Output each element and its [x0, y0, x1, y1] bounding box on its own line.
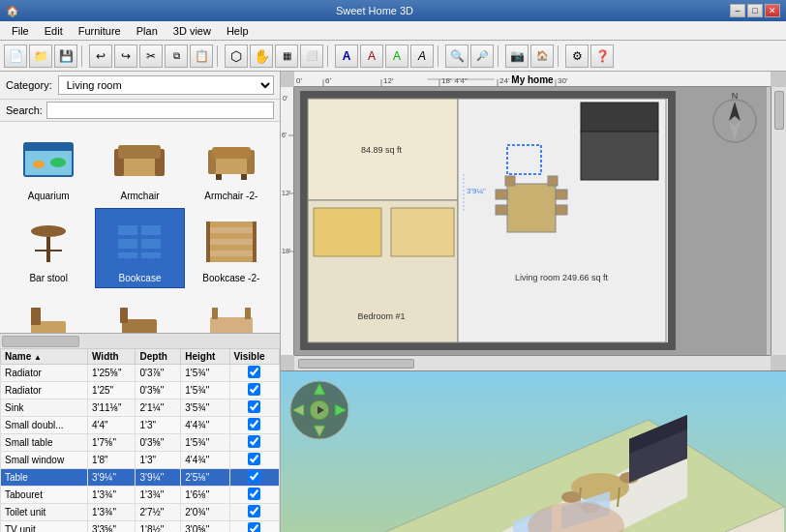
- coffeetable-thumb: [197, 295, 265, 333]
- category-select[interactable]: Living room Bedroom Bathroom Kitchen Off…: [58, 75, 274, 95]
- cell-depth: 1'8½": [136, 521, 181, 533]
- text-a4[interactable]: A: [410, 44, 434, 68]
- svg-rect-74: [391, 208, 454, 256]
- armchair-thumb: [106, 131, 173, 189]
- floorplan-vscroll-thumb[interactable]: [774, 91, 784, 130]
- table-row[interactable]: TV unit 3'3⅝" 1'8½" 3'0⅝": [1, 521, 280, 533]
- add-wall-tool[interactable]: ▦: [275, 44, 298, 68]
- cell-visible[interactable]: [229, 399, 279, 417]
- nav-widget-svg[interactable]: [288, 379, 350, 441]
- add-room-tool[interactable]: ⬜: [300, 44, 323, 68]
- text-a3[interactable]: A: [385, 44, 408, 68]
- svg-rect-80: [505, 176, 515, 186]
- menu-file[interactable]: File: [4, 23, 37, 39]
- new-button[interactable]: 📄: [4, 44, 27, 68]
- cell-width: 3'3⅝": [88, 521, 136, 533]
- cell-name: Tabouret: [1, 487, 88, 504]
- redo-button[interactable]: ↪: [114, 44, 137, 68]
- furniture-item-bookcase[interactable]: Bookcase: [95, 208, 184, 288]
- ruler-vertical: 0' 6' 12' 18': [281, 87, 294, 355]
- cell-visible[interactable]: [229, 365, 279, 382]
- toolbar-sep-4: [438, 45, 441, 67]
- right-panel: 0' 6' 12' 18' 24' 30' My home 4'4": [281, 72, 786, 532]
- menu-edit[interactable]: Edit: [37, 23, 71, 39]
- maximize-button[interactable]: □: [747, 4, 763, 17]
- select-tool[interactable]: ⬡: [225, 44, 248, 68]
- furniture-item-aquarium[interactable]: Aquarium: [4, 126, 93, 206]
- col-height[interactable]: Height: [181, 349, 229, 365]
- menu-3dview[interactable]: 3D view: [166, 23, 219, 39]
- cell-visible[interactable]: [229, 382, 279, 399]
- nav-widget[interactable]: [288, 379, 350, 441]
- cell-visible[interactable]: [229, 521, 279, 533]
- view-3d[interactable]: [281, 371, 786, 532]
- menu-plan[interactable]: Plan: [129, 23, 166, 39]
- cell-visible[interactable]: [229, 417, 279, 434]
- cell-visible[interactable]: [229, 504, 279, 521]
- search-bar: Search:: [0, 100, 280, 122]
- cell-visible[interactable]: [229, 469, 279, 487]
- table-row[interactable]: Small doubl... 4'4" 1'3" 4'4¾": [1, 417, 280, 434]
- svg-point-109: [561, 491, 581, 503]
- col-name[interactable]: Name ▲: [1, 349, 88, 365]
- cell-depth: 1'3": [136, 452, 181, 469]
- cell-width: 1'3¾": [88, 504, 136, 521]
- furniture-item-bookcase2[interactable]: Bookcase -2-: [187, 208, 276, 288]
- furniture-item-chair[interactable]: Chair: [4, 290, 93, 333]
- paste-button[interactable]: 📋: [190, 44, 213, 68]
- furniture-label-armchair2: Armchair -2-: [204, 191, 257, 201]
- furniture-item-coffeetable[interactable]: Coffee table: [187, 290, 276, 333]
- table-row[interactable]: Small table 1'7⅝" 0'3⅝" 1'5¾": [1, 434, 280, 452]
- copy-button[interactable]: ⧉: [165, 44, 188, 68]
- pan-tool[interactable]: ✋: [250, 44, 273, 68]
- table-row[interactable]: Toilet unit 1'3¾" 2'7½" 2'0¾": [1, 504, 280, 521]
- floor-plan-svg[interactable]: 84.89 sq ft Bedroom #1 Living room 249.6…: [294, 87, 767, 356]
- grid-hscroll-thumb[interactable]: [2, 336, 79, 347]
- table-row[interactable]: Table 3'9¼" 3'9¼" 2'5⅛": [1, 469, 280, 487]
- help-button[interactable]: ❓: [590, 44, 614, 68]
- cell-visible[interactable]: [229, 452, 279, 469]
- open-button[interactable]: 📁: [29, 44, 52, 68]
- grid-hscroll[interactable]: [0, 333, 280, 348]
- furniture-item-armchair[interactable]: Armchair: [95, 126, 184, 206]
- toolbar-sep-6: [558, 45, 561, 67]
- close-button[interactable]: ✕: [765, 4, 780, 17]
- zoom-out-button[interactable]: 🔎: [470, 44, 494, 68]
- table-row[interactable]: Small window 1'8" 1'3" 4'4¾": [1, 452, 280, 469]
- col-width[interactable]: Width: [88, 349, 136, 365]
- table-row[interactable]: Sink 3'11⅛" 2'1¼" 3'5¾": [1, 399, 280, 417]
- cell-visible[interactable]: [229, 434, 279, 452]
- properties-table: Name ▲ Width Depth Height Visible Radiat…: [0, 348, 280, 532]
- text-a2[interactable]: A: [360, 44, 383, 68]
- svg-rect-81: [548, 176, 558, 186]
- cell-depth: 1'3¾": [136, 487, 181, 504]
- table-row[interactable]: Radiator 1'25⅝" 0'3⅞" 1'5¾": [1, 365, 280, 382]
- table-row[interactable]: Tabouret 1'3¾" 1'3¾" 1'6⅛": [1, 487, 280, 504]
- menu-help[interactable]: Help: [219, 23, 257, 39]
- svg-rect-27: [210, 227, 253, 233]
- preferences-button[interactable]: ⚙: [565, 44, 589, 68]
- cut-button[interactable]: ✂: [139, 44, 163, 68]
- svg-text:My home: My home: [511, 74, 554, 85]
- undo-button[interactable]: ↩: [89, 44, 112, 68]
- svg-rect-23: [141, 252, 161, 258]
- zoom-in-button[interactable]: 🔍: [445, 44, 469, 68]
- save-button[interactable]: 💾: [54, 44, 77, 68]
- text-a1[interactable]: A: [335, 44, 358, 68]
- furniture-item-barstool[interactable]: Bar stool: [4, 208, 93, 288]
- floor-plan[interactable]: 0' 6' 12' 18' 24' 30' My home 4'4": [281, 72, 786, 371]
- floorplan-vscroll[interactable]: [771, 87, 786, 355]
- furniture-item-armchair2[interactable]: Armchair -2-: [187, 126, 276, 206]
- camera-button[interactable]: 📷: [505, 44, 529, 68]
- col-depth[interactable]: Depth: [136, 349, 181, 365]
- floorplan-hscroll[interactable]: [294, 355, 771, 370]
- furniture-item-chair2[interactable]: Chair -2-: [95, 290, 184, 333]
- cell-visible[interactable]: [229, 487, 279, 504]
- floorplan-hscroll-thumb[interactable]: [298, 359, 414, 369]
- table-row[interactable]: Radiator 1'25" 0'3⅝" 1'5¾": [1, 382, 280, 399]
- col-visible[interactable]: Visible: [229, 349, 279, 365]
- aerial-button[interactable]: 🏠: [530, 44, 554, 68]
- minimize-button[interactable]: –: [730, 4, 745, 17]
- search-input[interactable]: [46, 102, 274, 119]
- menu-furniture[interactable]: Furniture: [71, 23, 129, 39]
